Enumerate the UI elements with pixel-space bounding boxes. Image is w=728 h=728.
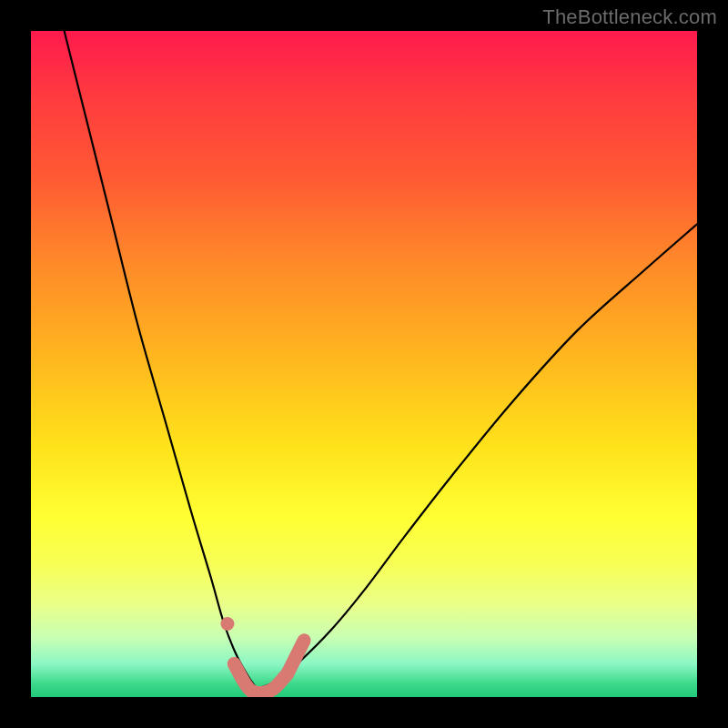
left-branch-curve [65,31,258,689]
plot-area [31,31,697,697]
curve-layer [31,31,697,697]
chart-frame: TheBottleneck.com [0,0,728,728]
trough-thick-segment [234,663,288,693]
watermark-text: TheBottleneck.com [542,5,717,29]
right-branch-curve [258,224,697,689]
right-thick-segment [288,641,304,674]
left-dot-marker [220,617,234,631]
